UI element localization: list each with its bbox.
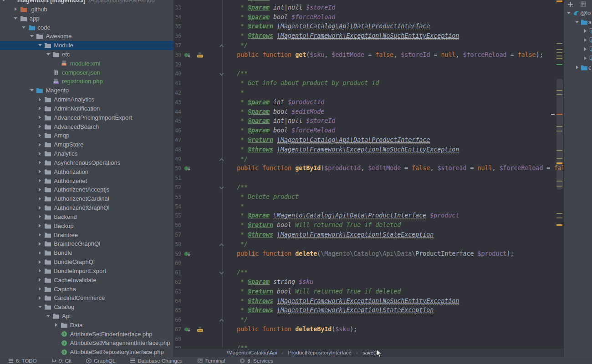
code-line-68[interactable]: 68 bbox=[174, 334, 563, 344]
tree-expand-icon[interactable] bbox=[36, 187, 43, 193]
code-line-46[interactable]: 46 * @param bool $forceReload bbox=[174, 126, 563, 136]
code-text[interactable]: * @param bool $forceReload bbox=[237, 126, 335, 136]
tree-expand-icon[interactable] bbox=[36, 295, 43, 301]
code-text[interactable]: * @throws \Magento\Framework\Exception\N… bbox=[237, 145, 459, 155]
tree-item-authorization[interactable]: Authorization bbox=[0, 167, 174, 176]
fold-chevron-icon[interactable] bbox=[219, 270, 224, 275]
tree-expand-icon[interactable] bbox=[12, 6, 19, 12]
tree-expand-icon[interactable] bbox=[36, 232, 43, 238]
tree-expand-icon[interactable] bbox=[36, 250, 43, 256]
code-line-45[interactable]: 45 * @param int|null $storeId bbox=[174, 116, 563, 126]
tree-expand-icon[interactable] bbox=[36, 123, 43, 130]
tree-item-backend[interactable]: Backend bbox=[0, 212, 174, 221]
stripe-mark[interactable] bbox=[556, 49, 562, 50]
code-line-59[interactable]: 59public function delete(\Magento\Catalo… bbox=[174, 249, 563, 259]
db-item-lo[interactable]: @lo bbox=[564, 8, 592, 17]
tree-item-module[interactable]: Module bbox=[0, 41, 174, 50]
code-editor[interactable]: 32 * @param bool $editMode33 * @param in… bbox=[174, 0, 563, 348]
code-text[interactable]: * Get info about product by product id bbox=[237, 79, 379, 88]
code-text[interactable]: */ bbox=[237, 41, 248, 51]
stripe-mark[interactable] bbox=[556, 126, 562, 127]
code-text[interactable]: */ bbox=[237, 315, 248, 325]
tree-expand-icon[interactable] bbox=[566, 12, 572, 14]
tree-item-app[interactable]: app bbox=[0, 14, 174, 23]
tree-item-cardinalcommerce[interactable]: CardinalCommerce bbox=[0, 293, 174, 303]
code-line-57[interactable]: 57 * @throws \Magento\Framework\Exceptio… bbox=[174, 230, 563, 240]
tree-expand-icon[interactable] bbox=[36, 151, 43, 157]
breadcrumb-item-productrepositoryinterface[interactable]: ProductRepositoryInterface bbox=[288, 350, 351, 355]
code-line-53[interactable]: 53 * Delete product bbox=[174, 192, 563, 202]
tree-item-registration-php[interactable]: PHPregistration.php bbox=[0, 77, 174, 86]
stripe-mark[interactable] bbox=[556, 114, 562, 115]
code-text[interactable]: */ bbox=[237, 240, 248, 249]
tree-expand-icon[interactable] bbox=[36, 132, 43, 139]
stripe-mark[interactable] bbox=[556, 90, 562, 91]
tree-item-adminnotification[interactable]: AdminNotification bbox=[0, 104, 174, 113]
code-line-64[interactable]: 64 * @throws \Magento\Framework\Exceptio… bbox=[174, 297, 563, 306]
tree-expand-icon[interactable] bbox=[36, 268, 43, 274]
code-text[interactable]: * @param \Magento\Catalog\Api\Data\Produ… bbox=[237, 211, 459, 221]
db-item-item[interactable] bbox=[564, 35, 592, 45]
code-text[interactable]: * @return \Magento\Catalog\Api\Data\Prod… bbox=[237, 22, 430, 31]
tree-expand-icon[interactable] bbox=[582, 56, 588, 60]
code-text[interactable]: * Delete product bbox=[237, 192, 299, 202]
code-text[interactable]: * @throws \Magento\Framework\Exception\N… bbox=[237, 297, 459, 306]
tree-item-bundle[interactable]: Bundle bbox=[0, 248, 174, 258]
tree-item-composer-json[interactable]: {}composer.json bbox=[0, 68, 174, 77]
code-text[interactable]: * @throws \Magento\Framework\Exception\N… bbox=[237, 31, 459, 41]
tree-item-backup[interactable]: Backup bbox=[0, 221, 174, 230]
stripe-mark[interactable] bbox=[556, 52, 562, 53]
code-text[interactable]: /** bbox=[237, 183, 248, 192]
code-text[interactable]: public function delete(\Magento\Catalog\… bbox=[237, 249, 514, 259]
tree-item-bundlegraphql[interactable]: BundleGraphQl bbox=[0, 258, 174, 267]
code-line-35[interactable]: 35 * @return \Magento\Catalog\Api\Data\P… bbox=[174, 22, 563, 31]
code-line-38[interactable]: 38Wpublic function get($sku, $editMode =… bbox=[174, 51, 563, 60]
code-line-58[interactable]: 58 */ bbox=[174, 240, 563, 249]
tree-expand-icon[interactable] bbox=[36, 105, 43, 111]
stripe-mark[interactable] bbox=[556, 150, 562, 151]
tree-item-braintree[interactable]: Braintree bbox=[0, 230, 174, 239]
tree-item-attributesetrepositoryinterface-php[interactable]: IAttributeSetRepositoryInterface.php bbox=[0, 348, 174, 357]
tree-item-etc[interactable]: etc bbox=[0, 50, 174, 59]
stripe-mark[interactable] bbox=[556, 0, 562, 2]
tree-expand-icon[interactable] bbox=[582, 47, 588, 51]
code-line-48[interactable]: 48 * @throws \Magento\Framework\Exceptio… bbox=[174, 145, 563, 155]
tree-item-asynchronousoperations[interactable]: AsynchronousOperations bbox=[0, 158, 174, 167]
code-line-60[interactable]: 60 bbox=[174, 258, 563, 268]
fold-chevron-icon[interactable] bbox=[219, 319, 224, 324]
tree-item-magento[interactable]: Magento bbox=[0, 86, 174, 95]
tree-expand-icon[interactable] bbox=[36, 142, 43, 148]
tree-item-attributesetfinderinterface-php[interactable]: IAttributeSetFinderInterface.php bbox=[0, 329, 174, 339]
tree-expand-icon[interactable] bbox=[0, 0, 7, 4]
tree-item-advancedsearch[interactable]: AdvancedSearch bbox=[0, 122, 174, 131]
stripe-mark[interactable] bbox=[556, 131, 562, 131]
code-text[interactable]: * @param int|null $storeId bbox=[237, 116, 335, 126]
tree-item-api[interactable]: Api bbox=[0, 312, 174, 321]
code-line-51[interactable]: 51 bbox=[174, 173, 563, 183]
code-line-44[interactable]: 44 * @param bool $editMode bbox=[174, 107, 563, 117]
code-line-55[interactable]: 55 * @param \Magento\Catalog\Api\Data\Pr… bbox=[174, 211, 563, 221]
code-line-49[interactable]: 49 */ bbox=[174, 155, 563, 164]
code-text[interactable]: * @throws \Magento\Framework\Exception\S… bbox=[237, 306, 434, 315]
code-text[interactable]: * @param bool $forceReload bbox=[237, 13, 335, 22]
tree-expand-icon[interactable] bbox=[36, 277, 43, 283]
tree-item-amqp[interactable]: Amqp bbox=[0, 131, 174, 140]
tree-expand-icon[interactable] bbox=[36, 96, 43, 103]
tree-expand-icon[interactable] bbox=[36, 159, 43, 166]
stripe-mark[interactable] bbox=[556, 186, 562, 187]
bookmark-icon[interactable]: W bbox=[197, 51, 204, 58]
tree-item-cacheinvalidate[interactable]: CacheInvalidate bbox=[0, 275, 174, 284]
implementations-icon[interactable] bbox=[184, 251, 191, 257]
tree-item-data[interactable]: Data bbox=[0, 320, 174, 329]
tree-expand-icon[interactable] bbox=[582, 29, 588, 33]
statusbar-item-6-todo[interactable]: 6: TODO bbox=[8, 358, 37, 364]
code-line-54[interactable]: 54 * bbox=[174, 202, 563, 212]
tree-expand-icon[interactable] bbox=[36, 196, 43, 202]
code-text[interactable]: /** bbox=[237, 69, 248, 79]
code-text[interactable]: public function getById($productId, $edi… bbox=[237, 164, 563, 173]
code-line-67[interactable]: 67Wpublic function deleteById($sku); bbox=[174, 325, 563, 334]
tree-item-authorizenetcardinal[interactable]: AuthorizenetCardinal bbox=[0, 194, 174, 203]
tree-item-bundleimportexport[interactable]: BundleImportExport bbox=[0, 266, 174, 275]
code-line-39[interactable]: 39 bbox=[174, 60, 563, 70]
code-text[interactable]: * @return bool Will returned True if del… bbox=[237, 287, 401, 297]
